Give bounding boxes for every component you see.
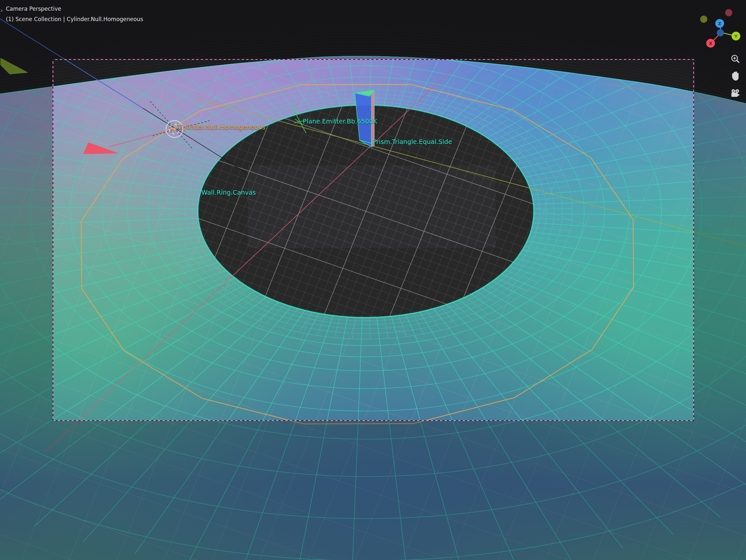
pan-hand-icon bbox=[728, 69, 742, 84]
viewport-scene bbox=[0, 0, 746, 560]
svg-text:Z: Z bbox=[718, 21, 721, 26]
viewport-mode-label: Camera Perspective bbox=[6, 5, 61, 12]
orientation-gizmo[interactable]: XYZ bbox=[695, 4, 746, 50]
object-label-cylinder-null-active: Cylinder.Null.Homogeneous bbox=[178, 123, 265, 131]
object-label-prism: Prism.Triangle.Equal.Side bbox=[373, 138, 452, 145]
blender-3d-viewport[interactable]: › Camera Perspective (1) Scene Collectio… bbox=[0, 0, 746, 560]
object-label-plane-emitter: Plane.Emitter.Bb.6500K bbox=[303, 118, 377, 125]
svg-text:X: X bbox=[709, 41, 712, 46]
zoom-button[interactable] bbox=[728, 52, 742, 66]
zoom-icon bbox=[728, 52, 742, 66]
scene-breadcrumb: (1) Scene Collection | Cylinder.Null.Hom… bbox=[6, 16, 143, 22]
gizmo-axis-x[interactable]: X bbox=[706, 39, 715, 48]
svg-text:Y: Y bbox=[734, 34, 738, 39]
gizmo-axis--y[interactable] bbox=[700, 16, 707, 23]
gizmo-axis--z[interactable] bbox=[717, 29, 724, 36]
object-label-wall-ring: Wall.Ring.Canvas bbox=[201, 189, 256, 196]
camera-view-icon bbox=[728, 86, 742, 101]
header-collapse-chevron-icon[interactable]: › bbox=[0, 7, 3, 13]
gizmo-axis-z[interactable]: Z bbox=[715, 19, 724, 28]
camera-view-button[interactable] bbox=[728, 86, 742, 101]
gizmo-axis-y[interactable]: Y bbox=[732, 32, 741, 40]
gizmo-axis--x[interactable] bbox=[725, 9, 733, 16]
pan-button[interactable] bbox=[728, 69, 742, 84]
